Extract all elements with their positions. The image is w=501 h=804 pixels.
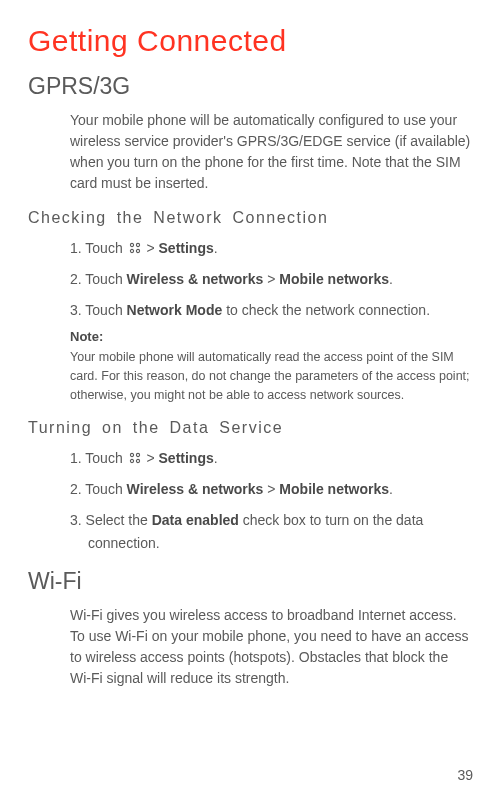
apps-grid-icon [129, 242, 141, 254]
text: 2. Touch [70, 481, 127, 497]
text: > [263, 271, 279, 287]
data-step-2: 2. Touch Wireless & networks > Mobile ne… [70, 479, 473, 500]
subheading-check-network: Checking the Network Connection [28, 206, 473, 230]
svg-point-0 [130, 243, 133, 246]
text: 1. Touch [70, 240, 127, 256]
apps-grid-icon [129, 452, 141, 464]
data-step-1: 1. Touch > Settings. [70, 448, 473, 469]
page-number: 39 [457, 765, 473, 786]
text: . [214, 240, 218, 256]
text: 2. Touch [70, 271, 127, 287]
svg-point-6 [130, 460, 133, 463]
data-step-3-cont: connection. [88, 533, 473, 554]
text: > [143, 450, 159, 466]
subheading-data-service: Turning on the Data Service [28, 416, 473, 440]
text: . [389, 481, 393, 497]
text: . [389, 271, 393, 287]
section-wifi-heading: Wi-Fi [28, 564, 473, 599]
data-step-3: 3. Select the Data enabled check box to … [70, 510, 473, 531]
mobile-networks-label: Mobile networks [279, 271, 389, 287]
wireless-networks-label: Wireless & networks [127, 481, 264, 497]
settings-label: Settings [159, 240, 214, 256]
data-enabled-label: Data enabled [152, 512, 239, 528]
text: > [143, 240, 159, 256]
text: . [214, 450, 218, 466]
text: > [263, 481, 279, 497]
wifi-intro: Wi-Fi gives you wireless access to broad… [70, 605, 473, 689]
mobile-networks-label: Mobile networks [279, 481, 389, 497]
text: to check the network connection. [222, 302, 430, 318]
svg-point-1 [136, 243, 139, 246]
svg-point-4 [130, 454, 133, 457]
text: 3. Touch [70, 302, 127, 318]
section-gprs-heading: GPRS/3G [28, 69, 473, 104]
svg-point-5 [136, 454, 139, 457]
settings-label: Settings [159, 450, 214, 466]
check-step-1: 1. Touch > Settings. [70, 238, 473, 259]
note-text: Your mobile phone will automatically rea… [70, 348, 473, 404]
svg-point-3 [136, 249, 139, 252]
text: 3. Select the [70, 512, 152, 528]
network-mode-label: Network Mode [127, 302, 223, 318]
check-step-2: 2. Touch Wireless & networks > Mobile ne… [70, 269, 473, 290]
page-title: Getting Connected [28, 18, 473, 63]
text: check box to turn on the data [239, 512, 423, 528]
check-step-3: 3. Touch Network Mode to check the netwo… [70, 300, 473, 321]
gprs-intro: Your mobile phone will be automatically … [70, 110, 473, 194]
note-label: Note: [70, 327, 473, 347]
svg-point-7 [136, 460, 139, 463]
svg-point-2 [130, 249, 133, 252]
wireless-networks-label: Wireless & networks [127, 271, 264, 287]
text: 1. Touch [70, 450, 127, 466]
